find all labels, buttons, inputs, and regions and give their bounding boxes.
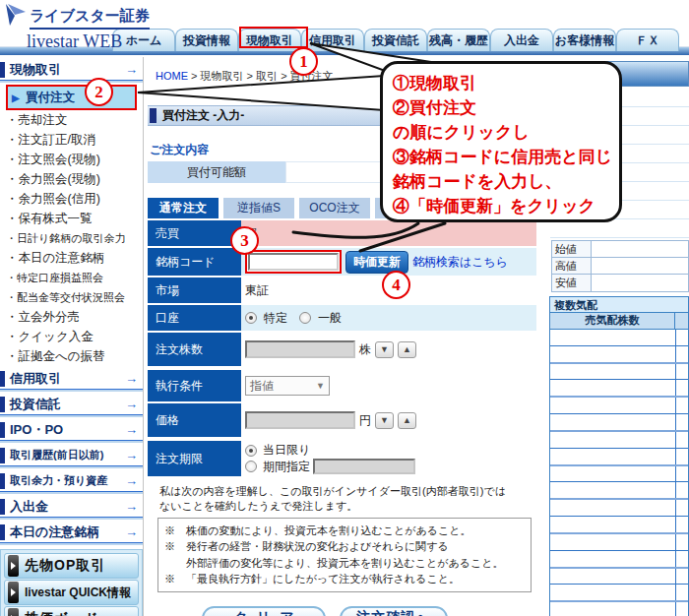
sidebar-section-today-watch[interactable]: 本日の注意銘柄 → bbox=[0, 522, 143, 543]
sidebar-button-livestar-quick[interactable]: livestar QUICK情報 bbox=[4, 580, 139, 605]
main-nav: ホーム 投資情報 現物取引 信用取引 投資信託 残高・履歴 入出金 お客様情報 … bbox=[112, 29, 679, 51]
sidebar-item-order-inquiry-cash[interactable]: ・注文照会(現物) bbox=[0, 150, 143, 169]
step-badge-2: 2 bbox=[85, 78, 113, 106]
account-label: 口座 bbox=[148, 305, 241, 331]
quote-table bbox=[549, 330, 689, 616]
clear-button[interactable]: クリア bbox=[202, 606, 326, 616]
radio-general-account[interactable] bbox=[299, 312, 311, 324]
sidebar-section-deposit-withdraw[interactable]: 入出金 → bbox=[0, 496, 143, 518]
button-label: livestar QUICK情報 bbox=[25, 585, 131, 601]
form-row-side: 売買 買 bbox=[148, 220, 536, 246]
form-row-code: 銘柄コード 時価更新 銘柄検索はこちら bbox=[148, 248, 536, 276]
nav-tab-margin-trading[interactable]: 信用取引 bbox=[301, 29, 364, 51]
sidebar-item-order-correct-cancel[interactable]: ・注文訂正/取消 bbox=[0, 130, 143, 150]
sidebar-section-trade-history[interactable]: 取引履歴(前日以前) → bbox=[0, 445, 143, 466]
price-summary: 始値 高値 安値 bbox=[551, 240, 689, 292]
radio-specific-account[interactable] bbox=[245, 312, 257, 324]
chevron-down-icon: ▼ bbox=[316, 381, 325, 391]
up-arrow-button[interactable]: ▲ bbox=[398, 412, 416, 429]
price-value bbox=[592, 241, 688, 257]
disclaimer-line: ないことを確約したうえで発注します。 bbox=[159, 499, 536, 514]
section-label: 本日の注意銘柄 bbox=[10, 524, 99, 541]
price-unit: 円 bbox=[359, 412, 371, 429]
sidebar-item-specific-account-pl[interactable]: ・特定口座損益照会 bbox=[0, 268, 143, 287]
sidebar-item-power-inquiry-margin[interactable]: ・余力照会(信用) bbox=[0, 189, 143, 209]
side-label: 売買 bbox=[148, 220, 241, 246]
section-label: 入出金 bbox=[10, 498, 48, 516]
play-icon bbox=[8, 555, 19, 577]
sidebar-item-dividend-status[interactable]: ・配当金等交付状況照会 bbox=[0, 287, 143, 307]
sell-quote-col-header: 売気配株数 bbox=[550, 313, 675, 329]
radio-label: 特定 bbox=[264, 310, 287, 327]
radio-label: 一般 bbox=[318, 310, 342, 327]
nav-tab-deposit-withdraw[interactable]: 入出金 bbox=[490, 29, 553, 51]
sidebar-item-sell-order[interactable]: ・売却注文 bbox=[0, 110, 143, 130]
market-value: 東証 bbox=[245, 282, 269, 299]
quantity-label: 注文株数 bbox=[148, 333, 241, 366]
sidebar-item-margin-transfer[interactable]: ・証拠金への振替 bbox=[0, 346, 143, 366]
sidebar-section-power-assets[interactable]: 取引余力・預り資産 → bbox=[0, 470, 143, 492]
section-label: 取引履歴(前日以前) bbox=[10, 448, 103, 462]
risk-note: 外部評価の変化等により、投資元本を割り込むことがあること。 bbox=[164, 555, 525, 572]
sidebar-item-today-watch-stocks[interactable]: ・本日の注意銘柄 bbox=[0, 248, 143, 268]
condition-value: 指値 bbox=[250, 378, 274, 395]
condition-label: 執行条件 bbox=[148, 370, 241, 401]
sidebar-section-margin-trading[interactable]: 信用取引 → bbox=[0, 368, 143, 390]
callout-text: ③銘柄コードに信用売と同じ bbox=[393, 145, 613, 169]
arrow-right-icon: → bbox=[125, 473, 138, 488]
button-label: 株価ボード bbox=[25, 610, 99, 616]
stock-code-input[interactable] bbox=[248, 253, 339, 271]
sidebar-item-offhour-distribution[interactable]: ・立会外分売 bbox=[0, 307, 143, 327]
price-input[interactable] bbox=[245, 411, 355, 429]
tab-stop-order[interactable]: 逆指値S bbox=[223, 198, 294, 218]
order-form: 売買 買 銘柄コード 時価更新 銘柄検索はこちら 市場 東証 口座 特定 bbox=[148, 220, 536, 476]
app-window: ライブスター証券 livestar WEB ホーム 投資情報 現物取引 信用取引… bbox=[0, 0, 689, 616]
sidebar-item-holdings-list[interactable]: ・保有株式一覧 bbox=[0, 209, 143, 228]
nav-tab-mutual-funds[interactable]: 投資信託 bbox=[364, 29, 427, 51]
callout-text: 銘柄コードを入力し、 bbox=[393, 169, 613, 194]
play-icon bbox=[8, 608, 19, 616]
nav-tab-balance-history[interactable]: 残高・履歴 bbox=[427, 29, 490, 51]
tab-oco-order[interactable]: OCO注文 bbox=[299, 198, 370, 218]
sidebar-button-stock-board[interactable]: 株価ボード bbox=[4, 606, 139, 616]
tab-normal-order[interactable]: 通常注文 bbox=[148, 198, 219, 218]
nav-tab-fx[interactable]: ＦＸ bbox=[616, 29, 679, 51]
section-label: IPO・PO bbox=[10, 421, 63, 439]
term-label: 注文期限 bbox=[148, 441, 241, 476]
section-marker bbox=[0, 473, 5, 489]
step-badge-1: 1 bbox=[289, 47, 318, 76]
down-arrow-button[interactable]: ▼ bbox=[375, 341, 394, 358]
order-confirm-button[interactable]: 注文確認へ bbox=[340, 606, 448, 616]
form-row-quantity: 注文株数 株 ▼ ▲ bbox=[148, 333, 536, 366]
brand-logo[interactable]: ライブスター証券 livestar WEB bbox=[5, 3, 150, 52]
condition-select[interactable]: 指値 ▼ bbox=[245, 376, 330, 396]
nav-tab-invest-info[interactable]: 投資情報 bbox=[175, 29, 238, 51]
sidebar-extra-buttons: 先物OP取引 livestar QUICK情報 株価ボード bbox=[0, 549, 143, 616]
disclaimer-line: 私は次の内容を理解し、この取引がインサイダー取引(内部者取引)では bbox=[159, 484, 536, 499]
sidebar-item-buy-order[interactable]: ▶ 買付注文 bbox=[6, 85, 137, 110]
radio-period-specified[interactable] bbox=[245, 461, 257, 472]
up-arrow-button[interactable]: ▲ bbox=[398, 341, 416, 358]
sidebar-section-ipo-po[interactable]: IPO・PO → bbox=[0, 419, 143, 441]
breadcrumb-home-link[interactable]: HOME bbox=[156, 70, 188, 82]
down-arrow-button[interactable]: ▼ bbox=[375, 412, 394, 429]
quantity-input[interactable] bbox=[245, 340, 355, 358]
risk-note: ※ 「最良執行方針」にしたがって注文が執行されること。 bbox=[164, 571, 525, 587]
callout-text: ②買付注文 bbox=[393, 95, 613, 120]
nav-tab-cash-trading[interactable]: 現物取引 bbox=[238, 29, 301, 51]
quote-update-button[interactable]: 時価更新 bbox=[345, 251, 408, 274]
section-label: 取引余力・預り資産 bbox=[10, 473, 107, 488]
section-marker bbox=[0, 524, 5, 540]
nav-tab-customer-info[interactable]: お客様情報 bbox=[553, 29, 616, 51]
quote-col-spacer bbox=[675, 313, 688, 329]
radio-today-only[interactable] bbox=[245, 445, 257, 457]
quantity-unit: 株 bbox=[359, 341, 371, 358]
sidebar-section-mutual-funds[interactable]: 投資信託 → bbox=[0, 394, 143, 415]
sidebar-item-daytrade-power[interactable]: ・日計り銘柄の取引余力 bbox=[0, 228, 143, 248]
sidebar-item-power-inquiry-cash[interactable]: ・余力照会(現物) bbox=[0, 169, 143, 189]
sidebar-section-cash-trading[interactable]: 現物取引 → bbox=[0, 59, 143, 81]
sidebar-button-futures-op[interactable]: 先物OP取引 bbox=[4, 553, 139, 579]
period-input[interactable] bbox=[313, 459, 415, 474]
stock-search-link[interactable]: 銘柄検索はこちら bbox=[412, 254, 508, 271]
sidebar-item-quick-deposit[interactable]: ・クイック入金 bbox=[0, 327, 143, 346]
